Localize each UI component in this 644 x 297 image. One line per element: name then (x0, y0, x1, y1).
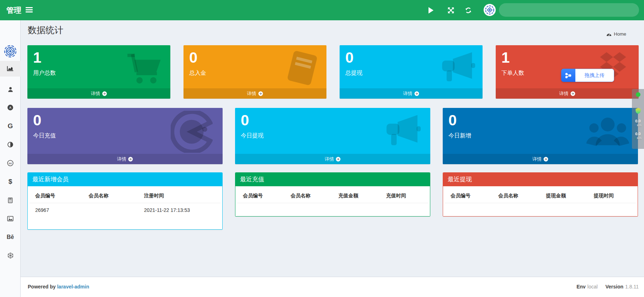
image-icon (7, 215, 14, 222)
sidebar-item-google[interactable]: G (0, 118, 21, 134)
stat-card-today-withdraw: 0 今日提现 详情 (235, 108, 430, 164)
sidebar-item-dashboard[interactable] (0, 61, 21, 77)
column-header: 注册时间 (138, 188, 220, 203)
status-dot-icon (636, 92, 640, 97)
member-name-cell (83, 203, 138, 217)
detail-link[interactable]: 详情 (235, 154, 430, 164)
drag-upload-label: 拖拽上传 (575, 69, 614, 82)
dollar-icon: $ (9, 178, 12, 186)
box-title: 最近新增会员 (28, 173, 222, 186)
bullhorn-icon (379, 111, 423, 152)
detail-link[interactable]: 详情 (443, 154, 638, 164)
refresh-icon (465, 7, 472, 14)
codepen-icon (7, 252, 14, 259)
column-header: 会员编号 (445, 188, 493, 203)
arrow-circle-right-icon (336, 157, 341, 162)
refresh-button[interactable] (461, 0, 476, 20)
stat-label: 今日新增 (448, 132, 471, 140)
breadcrumb-home[interactable]: Home (606, 31, 626, 37)
sidebar-item-users[interactable] (0, 82, 21, 97)
arrow-circle-right-icon (102, 91, 107, 96)
stat-label: 用户总数 (33, 69, 56, 77)
stat-value: 0 (189, 50, 206, 66)
area-chart-icon (6, 65, 14, 73)
detail-link[interactable]: 详情 (183, 88, 326, 99)
breadcrumb-label: Home (614, 31, 626, 37)
stat-card-row-1: 1 用户总数 详情 0 总入金 (27, 45, 639, 99)
detail-link[interactable]: 详情 (496, 88, 639, 99)
stat-value: 0 (345, 50, 362, 66)
drag-upload-widget[interactable]: 拖拽上传 (561, 69, 614, 82)
fullscreen-arrows-icon (447, 6, 455, 14)
fullscreen-button[interactable] (443, 0, 458, 20)
column-header: 会员编号 (237, 188, 285, 203)
stat-card-today-recharge: 0 今日充值 详情 (27, 108, 223, 164)
box-recent-members: 最近新增会员 会员编号 会员名称 注册时间 26967 2021-11-22 1… (27, 172, 223, 230)
svg-text:A: A (9, 106, 11, 109)
play-icon (429, 7, 433, 14)
search-input[interactable] (499, 3, 639, 17)
laravel-admin-link[interactable]: laravel-admin (57, 284, 89, 290)
sidebar-item-creative-commons[interactable]: cc (0, 155, 21, 171)
arrow-circle-right-icon (570, 91, 575, 96)
creative-commons-icon: cc (7, 160, 14, 167)
stat-card-total-withdraw: 0 总提现 详情 (340, 45, 483, 99)
sidebar-item-behance[interactable]: Bē (0, 229, 21, 245)
box-title: 最近提现 (443, 173, 638, 186)
book-icon (283, 48, 321, 88)
sidebar-item-calculator[interactable] (0, 192, 21, 208)
sidebar-item-image[interactable] (0, 211, 21, 226)
user-icon (7, 86, 14, 93)
netspeed-overlay-widget[interactable]: 0.0 ↑ K/s 0.0 ↓ K/s (632, 89, 644, 149)
stat-label: 下单人数 (501, 69, 524, 77)
sidebar-item-adjust[interactable] (0, 137, 21, 152)
detail-link[interactable]: 详情 (340, 88, 483, 99)
amilia-icon: A (7, 104, 14, 111)
app-logo-icon (4, 45, 17, 58)
sidebar-toggle-icon[interactable] (26, 7, 33, 13)
stat-value: 1 (33, 50, 56, 66)
sidebar-item-dollar[interactable]: $ (0, 174, 21, 189)
up-arrow-icon: ↑ (634, 124, 636, 127)
arrow-circle-right-icon (258, 91, 263, 96)
upload-speed-value: 0.0 (635, 119, 640, 123)
svg-text:cc: cc (9, 162, 12, 165)
stat-label: 总入金 (189, 69, 206, 77)
env-value: local (587, 284, 598, 290)
sidebar-logo[interactable] (0, 43, 21, 59)
box-recent-withdraw: 最近提现 会员编号 会员名称 提现金额 提现时间 (443, 172, 638, 217)
user-avatar-logo[interactable] (484, 4, 496, 16)
download-speed-unit: K/s (637, 136, 642, 140)
calculator-icon (7, 197, 14, 204)
column-header: 会员名称 (83, 188, 138, 203)
play-button[interactable] (424, 0, 438, 20)
page-title: 数据统计 (28, 24, 63, 36)
stat-label: 总提现 (345, 69, 362, 77)
share-cloud-icon (564, 72, 572, 79)
column-header: 提现金额 (541, 188, 588, 203)
detail-link[interactable]: 详情 (27, 88, 170, 99)
arrow-circle-right-icon (543, 157, 548, 162)
detail-link[interactable]: 详情 (27, 154, 223, 164)
sidebar-item-codepen[interactable] (0, 248, 21, 263)
codiepie-icon (171, 111, 213, 153)
brand-title[interactable]: 管理 (4, 0, 24, 20)
stat-label: 今日提现 (241, 132, 264, 140)
main-footer: Powered by laravel-admin Envlocal Versio… (21, 277, 644, 297)
member-id-cell: 26967 (30, 203, 83, 217)
adjust-icon (7, 141, 14, 148)
recent-members-table: 会员编号 会员名称 注册时间 26967 2021-11-22 17:13:53 (30, 188, 220, 217)
sidebar-item-amilia[interactable]: A (0, 100, 21, 115)
dashboard-gauge-icon (606, 32, 612, 36)
shield-icon (635, 108, 641, 114)
recent-recharge-table: 会员编号 会员名称 充值金额 充值时间 (237, 188, 428, 203)
behance-icon: Bē (7, 234, 14, 240)
stat-value: 0 (33, 112, 56, 129)
table-row: 最近新增会员 会员编号 会员名称 注册时间 26967 2021-11-22 1… (27, 172, 638, 230)
bullhorn-icon (435, 48, 478, 88)
column-header: 充值时间 (380, 188, 428, 203)
stat-card-row-2: 0 今日充值 详情 0 今日提现 详情 (27, 108, 638, 164)
arrow-circle-right-icon (128, 157, 133, 162)
stat-card-total-deposit: 0 总入金 详情 (183, 45, 326, 99)
laravel-admin-logo-icon (484, 5, 495, 15)
